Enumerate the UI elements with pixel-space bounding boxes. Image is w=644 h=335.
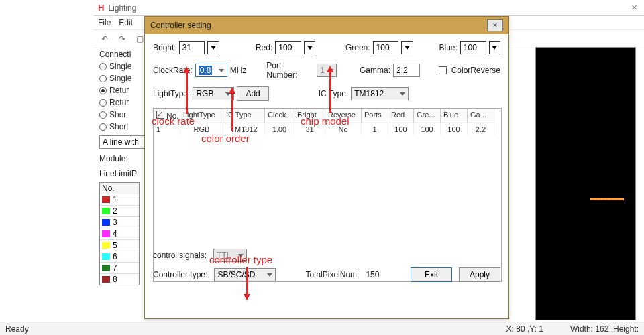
swatch-header: No.: [102, 184, 115, 193]
status-xy: X: 80 ,Y: 1: [506, 324, 543, 334]
bright-field[interactable]: 31: [179, 41, 205, 54]
green-field[interactable]: 100: [373, 41, 399, 54]
control-signals-select: TTL: [213, 249, 247, 262]
swatch-color: [102, 276, 110, 283]
swatch-number: 3: [113, 218, 117, 227]
swatch-color: [102, 242, 110, 249]
radio-label: Single: [109, 74, 131, 83]
swatch-number: 8: [113, 275, 117, 284]
gamma-field[interactable]: 2.2: [393, 64, 420, 77]
dialog-close-button[interactable]: ×: [487, 19, 503, 31]
swatch-number: 1: [113, 195, 117, 204]
preview-area: [535, 47, 636, 320]
exit-button[interactable]: Exit: [411, 267, 452, 282]
total-pixel-num-label: TotalPixelNum:: [305, 270, 359, 279]
swatch-number: 2: [113, 206, 117, 216]
swatch-row[interactable]: 8: [100, 274, 139, 285]
radio-icon[interactable]: [99, 63, 107, 70]
main-titlebar: H Lighting: [94, 0, 644, 16]
green-label: Green:: [345, 43, 370, 52]
swatch-list: No. 12345678: [99, 182, 140, 285]
swatch-color: [102, 265, 110, 271]
radio-label: Single: [109, 62, 131, 71]
swatch-number: 5: [113, 241, 117, 250]
radio-icon[interactable]: [99, 123, 107, 131]
clockrate-select[interactable]: 0.8: [195, 64, 227, 77]
swatch-number: 7: [113, 263, 117, 273]
light-type-select[interactable]: RGB: [193, 87, 234, 100]
bright-dropdown-icon[interactable]: [207, 41, 219, 54]
total-pixel-num-value: 150: [366, 270, 379, 279]
app-icon: H: [98, 3, 104, 13]
main-close-icon[interactable]: ×: [631, 1, 637, 13]
radio-label: Shor: [109, 110, 126, 119]
radio-label: Short: [109, 122, 129, 131]
blue-field[interactable]: 100: [460, 41, 486, 54]
controller-type-select[interactable]: SB/SC/SD: [214, 268, 276, 281]
radio-icon[interactable]: [99, 75, 107, 82]
swatch-color: [102, 219, 110, 226]
port-number-select[interactable]: 1: [317, 64, 337, 77]
color-reverse-label: ColorReverse: [451, 66, 500, 75]
light-type-label: LightType:: [153, 89, 190, 98]
mhz-label: MHz: [230, 66, 247, 75]
swatch-row[interactable]: 6: [100, 251, 139, 263]
swatch-row[interactable]: 1: [100, 194, 139, 206]
redo-icon[interactable]: ↷: [115, 34, 129, 44]
red-field[interactable]: 100: [275, 41, 301, 54]
radio-label: Retur: [109, 86, 129, 95]
apply-button[interactable]: Apply: [459, 267, 500, 282]
dialog-titlebar: Controller setting ×: [145, 17, 508, 34]
clockrate-label: ClockRate:: [153, 66, 193, 75]
controller-setting-dialog: Controller setting × Bright: 31 Red: 100…: [144, 16, 509, 319]
header-checkbox[interactable]: [156, 111, 164, 119]
swatch-number: 6: [113, 252, 117, 261]
swatch-color: [102, 253, 110, 260]
add-button[interactable]: Add: [237, 86, 268, 101]
red-label: Red:: [256, 43, 272, 52]
color-reverse-checkbox[interactable]: [439, 66, 447, 74]
radio-icon[interactable]: [99, 87, 107, 94]
radio-icon[interactable]: [99, 99, 107, 107]
table-row[interactable]: 1RGBTM18121.0031No11001001002.2: [154, 123, 501, 135]
gamma-label: Gamma:: [360, 66, 390, 75]
blue-dropdown-icon[interactable]: [489, 41, 500, 54]
table-header: No. LightType IC Type Clock Bright Rever…: [154, 109, 501, 123]
port-number-label: Port Number:: [266, 61, 314, 80]
bright-label: Bright:: [153, 43, 176, 52]
swatch-color: [102, 208, 110, 214]
radio-icon[interactable]: [99, 111, 107, 119]
undo-icon[interactable]: ↶: [98, 34, 111, 44]
controller-type-label: Controller type:: [153, 270, 207, 279]
menu-file[interactable]: File: [98, 18, 111, 27]
preview-strip: [590, 198, 624, 200]
dialog-title: Controller setting: [150, 21, 487, 30]
blue-label: Blue:: [439, 43, 457, 52]
ic-type-select[interactable]: TM1812: [351, 87, 409, 100]
swatch-row[interactable]: 5: [100, 240, 139, 251]
red-dropdown-icon[interactable]: [304, 41, 315, 54]
swatch-row[interactable]: 3: [100, 217, 139, 228]
status-ready: Ready: [5, 324, 29, 334]
green-dropdown-icon[interactable]: [401, 41, 413, 54]
swatch-row[interactable]: 4: [100, 228, 139, 240]
app-title: Lighting: [108, 3, 640, 13]
status-wh: Width: 162 ,Height:: [570, 324, 639, 334]
swatch-row[interactable]: 7: [100, 263, 139, 274]
control-signals-label: control signals:: [153, 251, 207, 260]
swatch-color: [102, 230, 110, 237]
radio-label: Retur: [109, 98, 129, 107]
swatch-color: [102, 196, 110, 203]
menu-edit[interactable]: Edit: [119, 18, 133, 27]
swatch-row[interactable]: 2: [100, 206, 139, 217]
statusbar: Ready X: 80 ,Y: 1 Width: 162 ,Height:: [0, 322, 644, 335]
ic-type-label: IC Type:: [319, 89, 348, 98]
swatch-number: 4: [113, 229, 117, 239]
